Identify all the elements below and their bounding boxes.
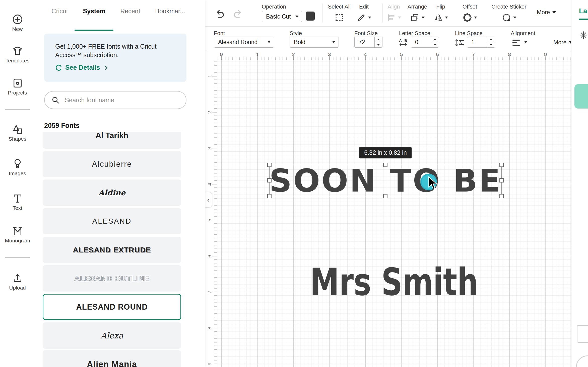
tab-recent[interactable]: Recent [120, 8, 140, 15]
sidebar-item-shapes[interactable]: Shapes [0, 123, 35, 142]
sidebar-item-new[interactable]: New [0, 14, 35, 32]
panel-collapse-button[interactable]: ‹ [205, 192, 212, 208]
banner-text: Get 1,000+ FREE fonts with a Cricut Acce… [55, 42, 171, 59]
resize-handle[interactable] [267, 194, 272, 198]
sidebar-item-templates[interactable]: Templates [0, 45, 35, 64]
left-sidebar: New Templates Projects Shapes Images Tex… [0, 0, 35, 367]
tshirt-icon [12, 45, 23, 57]
layer-color-chip[interactable] [574, 84, 588, 109]
sidebar-divider [5, 109, 30, 110]
sidebar-item-monogram[interactable]: Monogram [0, 225, 35, 244]
fonts-count: 2059 Fonts [44, 122, 80, 130]
sync-flower-icon[interactable] [579, 31, 588, 40]
font-list-item-selected[interactable]: ALESAND ROUND [43, 294, 181, 320]
font-list-item[interactable]: ALESAND [43, 208, 181, 234]
font-list-item[interactable]: ALESAND OUTLINE [43, 265, 181, 292]
font-list-item[interactable]: ALESAND EXTRUDE [43, 237, 181, 263]
sidebar-item-images[interactable]: Images [0, 158, 35, 176]
cricut-access-banner: Get 1,000+ FREE fonts with a Cricut Acce… [44, 34, 186, 82]
resize-handle[interactable] [267, 178, 272, 182]
monogram-icon [12, 225, 23, 237]
text-icon [12, 193, 23, 204]
font-list-item[interactable]: Alexa [43, 322, 181, 349]
resize-handle[interactable] [499, 178, 504, 182]
dimensions-tooltip: 6.32 in x 0.82 in [359, 147, 412, 158]
sidebar-label: New [0, 26, 35, 32]
color-swatch-partial[interactable] [577, 325, 588, 343]
sidebar-item-upload[interactable]: Upload [0, 272, 35, 291]
layers-panel-label[interactable]: La [579, 7, 587, 15]
sidebar-label: Templates [0, 58, 35, 64]
font-list: Al Tarikh Alcubierre Aldine ALESAND ALES… [43, 132, 181, 367]
layers-tab-underline [579, 19, 588, 20]
font-search[interactable] [44, 91, 186, 109]
sidebar-item-text[interactable]: Text [0, 193, 35, 211]
upload-icon [12, 272, 23, 284]
balloon-images-icon [12, 158, 23, 169]
canvas-text-primary[interactable]: SOON TO BE [270, 165, 501, 196]
search-icon [51, 96, 60, 104]
sidebar-label: Images [0, 170, 35, 176]
canvas-text-secondary[interactable]: Mrs Smith [338, 262, 450, 302]
canvas-area: Operation Basic Cut Select All Edit [205, 0, 571, 367]
tab-bookmarked[interactable]: Bookmar... [155, 8, 185, 15]
resize-handle[interactable] [499, 163, 504, 167]
zoom-control-partial[interactable] [576, 355, 588, 367]
cricut-logo-icon [55, 64, 63, 71]
chevron-right-icon [103, 64, 109, 71]
right-panel: La [571, 0, 588, 367]
sidebar-item-projects[interactable]: Projects [0, 77, 35, 96]
canvas-overlay: 6.32 in x 0.82 in SOON TO BE Mrs Smith [205, 0, 571, 367]
shapes-icon [12, 123, 23, 135]
sidebar-label: Projects [0, 90, 35, 96]
sidebar-label: Monogram [0, 238, 35, 244]
tab-system[interactable]: System [83, 8, 105, 15]
resize-handle[interactable] [267, 163, 272, 167]
tab-cricut[interactable]: Cricut [51, 8, 68, 15]
font-list-item[interactable]: Alien Mania [43, 350, 181, 367]
selected-text-object[interactable]: 6.32 in x 0.82 in SOON TO BE [269, 165, 502, 196]
see-details-label: See Details [65, 64, 100, 71]
sidebar-label: Upload [0, 285, 35, 291]
resize-handle[interactable] [383, 163, 387, 167]
font-list-item[interactable]: Al Tarikh [43, 132, 181, 149]
resize-handle[interactable] [499, 194, 504, 198]
active-tab-underline [75, 30, 113, 31]
sidebar-divider [5, 257, 30, 258]
font-list-item[interactable]: Alcubierre [43, 151, 181, 177]
font-list-item[interactable]: Aldine [43, 179, 181, 206]
cursor-pointer-icon [427, 176, 438, 190]
font-panel: Cricut System Recent Bookmar... Get 1,00… [35, 0, 205, 367]
projects-icon [12, 77, 23, 89]
chevron-left-icon: ‹ [207, 196, 209, 204]
sidebar-label: Text [0, 205, 35, 211]
resize-handle[interactable] [383, 194, 387, 198]
sidebar-label: Shapes [0, 136, 35, 142]
plus-circle-icon [12, 14, 23, 25]
search-input[interactable] [64, 96, 186, 104]
see-details-link[interactable]: See Details [55, 64, 186, 71]
